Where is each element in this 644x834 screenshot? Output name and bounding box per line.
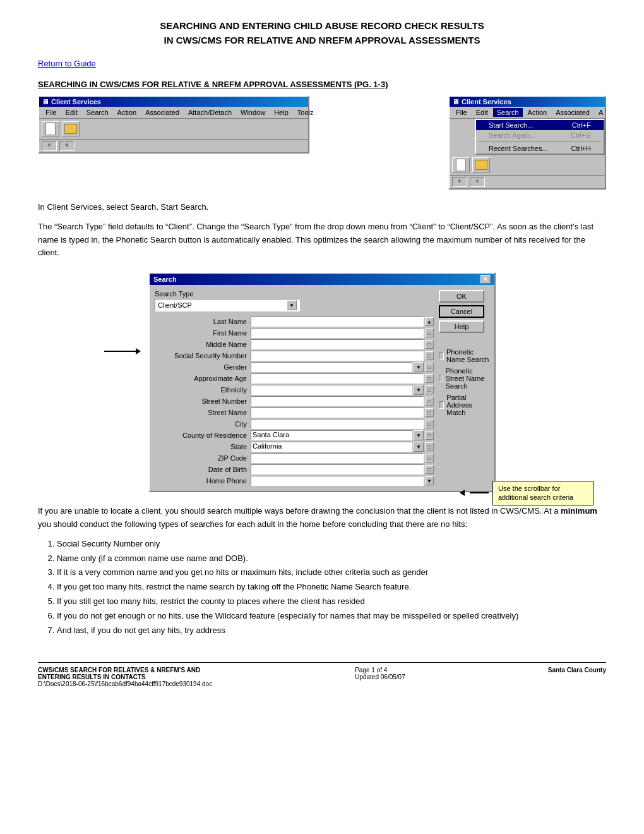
label-gender: Gender: [155, 363, 249, 371]
menu-edit[interactable]: Edit: [62, 108, 81, 117]
input-ssn[interactable]: [251, 351, 424, 361]
label-street-number: Street Number: [155, 397, 249, 405]
menu-search[interactable]: Search: [83, 108, 112, 117]
menu-action-r[interactable]: Action: [524, 108, 551, 117]
menu-toolz[interactable]: Toolz: [294, 108, 318, 117]
dialog-body: Search Type Client/SCP ▼ Last Name ▲: [150, 285, 494, 491]
intro-text-1: In Client Services, select Search, Start…: [38, 201, 606, 214]
dialog-titlebar: Search ×: [150, 274, 494, 285]
checkbox-partial-address-box[interactable]: [439, 401, 444, 409]
checkbox-partial-address-label: Partial Address Match: [446, 394, 489, 416]
scroll-approx-age[interactable]: □: [425, 374, 434, 383]
state-arrow[interactable]: ▼: [414, 442, 424, 452]
help-button[interactable]: Help: [439, 320, 484, 333]
input-ethnicity[interactable]: [251, 385, 412, 395]
menu-file[interactable]: File: [42, 108, 61, 117]
scroll-last-name[interactable]: ▲: [425, 317, 434, 326]
toolbar-btn-r1[interactable]: [452, 157, 470, 172]
county-arrow[interactable]: ▼: [414, 430, 424, 440]
menu-window[interactable]: Window: [237, 108, 269, 117]
input-street-number[interactable]: [251, 396, 424, 406]
menu-action[interactable]: Action: [114, 108, 141, 117]
menu-edit-r[interactable]: Edit: [472, 108, 492, 117]
checkbox-phonetic-name-box[interactable]: [439, 352, 444, 360]
search-type-row: Client/SCP ▼: [155, 299, 434, 311]
scroll-middle-name[interactable]: □: [425, 340, 434, 349]
search-type-arrow[interactable]: ▼: [287, 300, 297, 310]
input-city[interactable]: [251, 419, 424, 429]
scroll-gender[interactable]: □: [425, 363, 434, 372]
dialog-buttons: OK Cancel Help Phonetic Name Search Phon…: [439, 290, 489, 486]
scroll-county[interactable]: □: [425, 431, 434, 440]
input-zip[interactable]: [251, 453, 424, 463]
menu-associated-r[interactable]: Associated: [552, 108, 593, 117]
toolbar-btn-r2[interactable]: [472, 157, 490, 172]
scroll-home-phone[interactable]: ▼: [425, 476, 434, 485]
menu-search-again[interactable]: Search Again... Ctrl+G: [476, 130, 604, 140]
input-dob[interactable]: [251, 464, 424, 474]
input-home-phone[interactable]: [251, 476, 424, 486]
ethnicity-arrow[interactable]: ▼: [414, 385, 424, 395]
menu-search-r[interactable]: Search: [493, 108, 523, 117]
toolbar-btn-2[interactable]: [62, 121, 80, 136]
scroll-ethnicity[interactable]: □: [425, 385, 434, 394]
label-street-name: Street Name: [155, 409, 249, 416]
gender-arrow[interactable]: ▼: [414, 362, 424, 372]
ok-button[interactable]: OK: [439, 290, 484, 303]
client-services-window-left: 🖥 Client Services File Edit Search Actio…: [38, 95, 436, 154]
menu-help[interactable]: Help: [270, 108, 292, 117]
screenshots-row: 🖥 Client Services File Edit Search Actio…: [38, 95, 606, 190]
scroll-dob[interactable]: □: [425, 465, 434, 474]
return-to-guide-link[interactable]: Return to Guide: [38, 59, 96, 68]
search-types-list: Social Security Number only Name only (i…: [57, 538, 606, 638]
scroll-ssn[interactable]: □: [425, 351, 434, 360]
scroll-first-name[interactable]: □: [425, 329, 434, 337]
search-type-select[interactable]: Client/SCP ▼: [155, 299, 300, 311]
scroll-state[interactable]: □: [425, 442, 434, 451]
checkbox-phonetic-name: Phonetic Name Search: [439, 348, 489, 363]
label-ethnicity: Ethnicity: [155, 386, 249, 394]
menu-file-r[interactable]: File: [452, 108, 471, 117]
field-street-number: □: [251, 396, 434, 406]
label-ssn: Social Security Number: [155, 352, 249, 360]
statusbar-left: + +: [39, 140, 308, 152]
field-dob: □: [251, 464, 434, 474]
menubar-right[interactable]: File Edit Search Action Associated A: [450, 107, 605, 119]
field-city: □: [251, 419, 434, 429]
menu-a-r[interactable]: A: [595, 108, 607, 117]
scroll-street-name[interactable]: □: [425, 408, 434, 417]
checkbox-group: Phonetic Name Search Phonetic Street Nam…: [439, 348, 489, 420]
menu-attach-detach[interactable]: Attach/Detach: [184, 108, 236, 117]
toolbar-right: [450, 155, 605, 176]
checkbox-phonetic-street: Phonetic Street Name Search: [439, 367, 489, 390]
scroll-city[interactable]: □: [425, 420, 434, 428]
list-item-7: And last, if you do not get any hits, tr…: [57, 624, 606, 638]
label-zip: ZIP Code: [155, 454, 249, 462]
dialog-close-button[interactable]: ×: [480, 275, 491, 284]
input-state[interactable]: California: [251, 442, 412, 452]
menubar-left[interactable]: File Edit Search Action Associated Attac…: [39, 107, 308, 119]
scroll-street-number[interactable]: □: [425, 397, 434, 406]
dialog-form: Search Type Client/SCP ▼ Last Name ▲: [155, 290, 434, 486]
search-dropdown-menu: Start Search... Ctrl+F Search Again... C…: [475, 119, 605, 155]
checkbox-phonetic-street-box[interactable]: [439, 375, 443, 382]
scroll-zip[interactable]: □: [425, 454, 434, 462]
field-approx-age: □: [251, 373, 434, 384]
toolbar-btn-1[interactable]: [42, 121, 59, 136]
input-gender[interactable]: [251, 362, 412, 372]
input-approx-age[interactable]: [251, 373, 424, 384]
input-county[interactable]: Santa Clara: [251, 430, 412, 440]
input-middle-name[interactable]: [251, 339, 424, 349]
menu-associated[interactable]: Associated: [141, 108, 183, 117]
input-last-name[interactable]: [251, 317, 424, 327]
menu-recent-searches[interactable]: Recent Searches... Ctrl+H: [476, 143, 604, 154]
checkbox-phonetic-street-label: Phonetic Street Name Search: [446, 367, 489, 390]
section1-header: SEARCHING IN CWS/CMS FOR RELATIVE & NREF…: [38, 80, 606, 89]
cancel-button[interactable]: Cancel: [439, 305, 484, 318]
menu-start-search[interactable]: Start Search... Ctrl+F: [476, 120, 604, 130]
footer-right: Santa Clara County: [548, 667, 606, 687]
field-first-name: □: [251, 328, 434, 338]
search-dialog-wrapper: Search × Search Type Client/SCP ▼ Last N…: [38, 272, 606, 492]
input-first-name[interactable]: [251, 328, 424, 338]
input-street-name[interactable]: [251, 408, 424, 418]
